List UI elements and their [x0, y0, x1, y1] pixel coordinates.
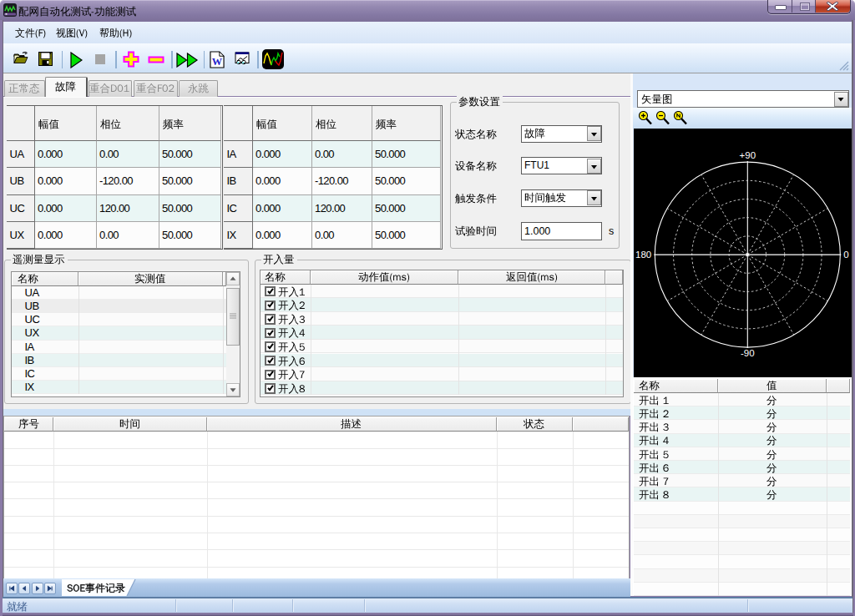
- svg-text:W: W: [211, 56, 222, 68]
- svg-text:180: 180: [635, 250, 651, 260]
- svg-text:-90: -90: [741, 348, 755, 358]
- svg-text:+90: +90: [740, 150, 756, 160]
- svg-text:0: 0: [843, 250, 848, 260]
